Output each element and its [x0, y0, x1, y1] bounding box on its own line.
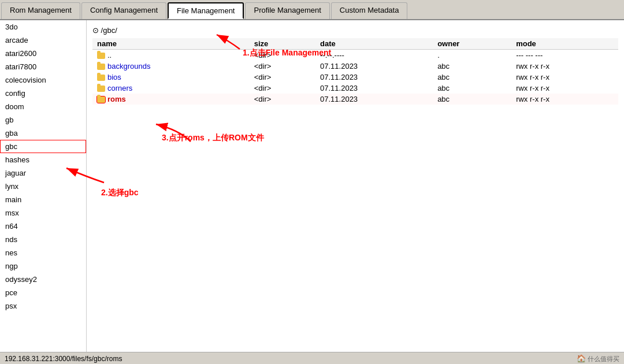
sidebar-item-hashes[interactable]: hashes [0, 153, 86, 166]
file-name: corners [107, 84, 132, 92]
file-name: .. [107, 51, 112, 60]
sidebar-item-nes[interactable]: nes [0, 246, 86, 259]
status-url: 192.168.31.221:3000/files/fs/gbc/roms [5, 355, 122, 363]
file-size: <dir> [250, 61, 315, 72]
col-header-owner: owner [433, 38, 511, 50]
sidebar-item-atari7800[interactable]: atari7800 [0, 60, 86, 73]
sidebar-item-pce[interactable]: pce [0, 286, 86, 299]
status-bar: 192.168.31.221:3000/files/fs/gbc/roms 🏠 … [0, 352, 624, 364]
file-name: roms [107, 95, 126, 103]
file-name: backgrounds [107, 62, 150, 70]
file-date: 07.11.2023 [315, 94, 433, 105]
file-owner: . [433, 50, 511, 61]
sidebar-item-odyssey2[interactable]: odyssey2 [0, 273, 86, 286]
file-mode: rwx r-x r-x [511, 72, 618, 83]
folder-icon [97, 64, 105, 70]
file-size: <dir> [250, 83, 315, 94]
file-date: 07.11.2023 [315, 83, 433, 94]
tab-profile-management[interactable]: Profile Management [245, 2, 329, 19]
file-size: <dir> [250, 94, 315, 105]
file-mode: rwx r-x r-x [511, 61, 618, 72]
file-mode: rwx r-x r-x [511, 94, 618, 105]
tab-rom-management[interactable]: Rom Management [1, 2, 80, 19]
sidebar-item-colecovision[interactable]: colecovision [0, 73, 86, 87]
file-owner: abc [433, 94, 511, 105]
file-size: <dir> [250, 72, 315, 83]
sidebar-item-3do[interactable]: 3do [0, 20, 86, 34]
sidebar-item-jaguar[interactable]: jaguar [0, 166, 86, 180]
sidebar-item-main[interactable]: main [0, 193, 86, 206]
table-row[interactable]: backgrounds<dir>07.11.2023abcrwx r-x r-x [92, 61, 618, 72]
file-size: <dir> [250, 50, 315, 61]
file-owner: abc [433, 83, 511, 94]
table-row[interactable]: bios<dir>07.11.2023abcrwx r-x r-x [92, 72, 618, 83]
tab-custom-metadata[interactable]: Custom Metadata [331, 2, 408, 19]
sidebar-item-gb[interactable]: gb [0, 113, 86, 127]
folder-icon [97, 75, 105, 81]
sidebar-item-ngp[interactable]: ngp [0, 259, 86, 273]
folder-icon [97, 96, 105, 103]
main-content: 3doarcadeatari2600atari7800colecovisionc… [0, 20, 624, 352]
folder-icon [97, 53, 105, 59]
sidebar-item-msx[interactable]: msx [0, 206, 86, 220]
col-header-mode: mode [511, 38, 618, 50]
tab-bar: Rom ManagementConfig ManagementFile Mana… [0, 0, 624, 20]
col-header-size: size [250, 38, 315, 50]
sidebar-item-doom[interactable]: doom [0, 100, 86, 113]
file-date: 07.11.2023 [315, 72, 433, 83]
path-text: ⊙ /gbc/ [92, 26, 117, 35]
col-header-name: name [92, 38, 250, 50]
table-row[interactable]: corners<dir>07.11.2023abcrwx r-x r-x [92, 83, 618, 94]
sidebar-item-config[interactable]: config [0, 87, 86, 100]
sidebar-item-lynx[interactable]: lynx [0, 180, 86, 193]
file-name-cell: bios [92, 72, 250, 83]
file-name-cell: corners [92, 83, 250, 94]
tab-config-management[interactable]: Config Management [81, 2, 166, 19]
file-name-cell: roms [92, 94, 250, 105]
file-panel: ⊙ /gbc/ namesizedateownermode ..<dir>--.… [87, 20, 624, 352]
file-date: --.--.---- [315, 50, 433, 61]
file-mode: rwx r-x r-x [511, 83, 618, 94]
file-owner: abc [433, 61, 511, 72]
file-name-cell: backgrounds [92, 61, 250, 72]
file-name-cell: .. [92, 50, 250, 61]
table-row[interactable]: ..<dir>--.--.----.--- --- --- [92, 50, 618, 61]
table-row[interactable]: roms<dir>07.11.2023abcrwx r-x r-x [92, 94, 618, 105]
path-bar: ⊙ /gbc/ [92, 26, 618, 35]
sidebar-item-n64[interactable]: n64 [0, 220, 86, 233]
sidebar-item-arcade[interactable]: arcade [0, 34, 86, 47]
folder-icon [97, 86, 105, 92]
file-table-body: ..<dir>--.--.----.--- --- ---backgrounds… [92, 50, 618, 105]
file-name: bios [107, 73, 121, 81]
annotation-step3: 3.点开roms，上传ROM文件 [162, 133, 264, 143]
sidebar-item-gbc[interactable]: gbc [0, 140, 86, 153]
sidebar-item-atari2600[interactable]: atari2600 [0, 47, 86, 60]
brand-icon: 🏠 [577, 354, 586, 363]
sidebar: 3doarcadeatari2600atari7800colecovisionc… [0, 20, 87, 352]
table-header-row: namesizedateownermode [92, 38, 618, 50]
file-date: 07.11.2023 [315, 61, 433, 72]
col-header-date: date [315, 38, 433, 50]
tab-file-management[interactable]: File Management [168, 2, 244, 19]
brand-text: 🏠 什么值得买 [577, 354, 619, 363]
file-owner: abc [433, 72, 511, 83]
file-mode: --- --- --- [511, 50, 618, 61]
sidebar-item-nds[interactable]: nds [0, 233, 86, 246]
file-table: namesizedateownermode ..<dir>--.--.----.… [92, 38, 618, 105]
sidebar-item-gba[interactable]: gba [0, 127, 86, 140]
sidebar-item-psx[interactable]: psx [0, 299, 86, 313]
